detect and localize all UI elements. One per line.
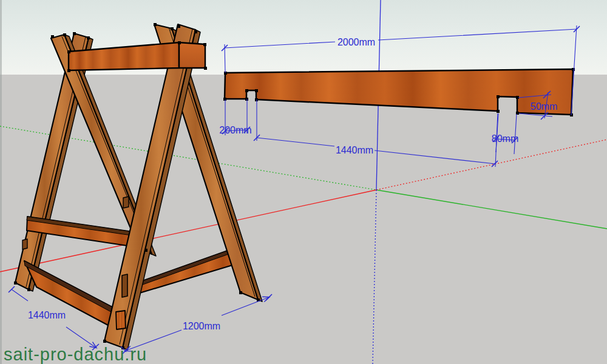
sawhorse-top-beam-end-face	[179, 42, 205, 68]
dim-label-offset[interactable]: 200mm	[219, 125, 251, 135]
viewport-left-edge	[0, 0, 2, 364]
dim-label-notch-depth[interactable]: 50mm	[531, 101, 557, 112]
dim-label-length[interactable]: 2000mm	[337, 37, 375, 47]
front-left-leg-upper-mortise	[123, 197, 129, 208]
dim-label-notch-width[interactable]: 80mm	[492, 133, 518, 144]
dim-label-front-span[interactable]: 1200mm	[183, 321, 220, 331]
viewport-canvas[interactable]: 2000mm 200mm 1440mm 80mm 50mm	[0, 0, 607, 364]
site-watermark: sait-pro-dachu.ru	[4, 345, 147, 364]
front-left-leg-mortise	[122, 274, 127, 297]
back-left-leg-mortise	[22, 239, 27, 249]
left-brace-tenon	[116, 311, 126, 329]
dim-label-side-span[interactable]: 1440mm	[28, 310, 66, 320]
dim-label-spacing[interactable]: 1440mm	[336, 145, 373, 155]
model-viewport[interactable]: 2000mm 200mm 1440mm 80mm 50mm	[0, 0, 607, 364]
